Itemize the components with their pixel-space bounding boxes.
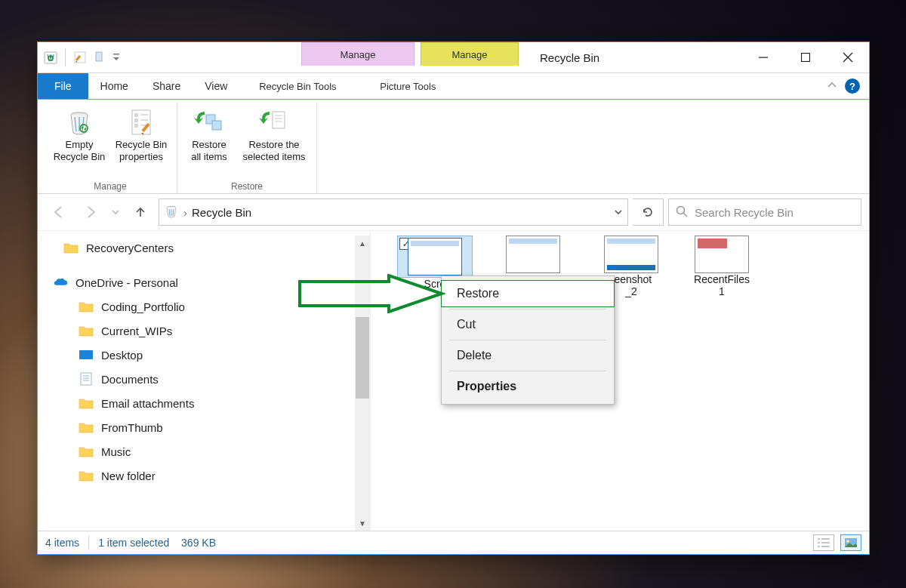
scroll-down-icon[interactable]: ▼ — [355, 516, 370, 531]
ctx-cut[interactable]: Cut — [442, 312, 614, 337]
nav-item-documents[interactable]: Documents — [38, 367, 355, 391]
nav-item-music[interactable]: Music — [38, 439, 355, 463]
svg-rect-17 — [212, 121, 221, 130]
restore-all-items-button[interactable]: Restore all items — [182, 103, 236, 180]
btn-label: Restore — [192, 139, 226, 151]
btn-label: properties — [119, 151, 163, 163]
nav-up-button[interactable] — [127, 199, 154, 226]
folder-icon — [79, 396, 94, 411]
svg-point-37 — [846, 540, 849, 543]
nav-label: New folder — [101, 469, 156, 482]
svg-rect-11 — [134, 119, 138, 122]
ctx-delete[interactable]: Delete — [442, 343, 614, 368]
screenshot-thumbnail — [695, 236, 749, 273]
ribbon-group-restore: Restore all items Restore the selected i… — [177, 103, 317, 193]
ctx-label: Restore — [457, 287, 499, 300]
nav-recent-dropdown[interactable] — [109, 199, 122, 226]
restore-selected-icon — [257, 106, 291, 139]
qat-more-icon[interactable] — [91, 49, 108, 66]
btn-label: Recycle Bin — [54, 151, 106, 163]
contextual-tab-manage-2[interactable]: Manage — [421, 42, 519, 66]
btn-label: all items — [191, 151, 227, 163]
scroll-thumb[interactable] — [356, 317, 369, 399]
nav-back-button[interactable] — [45, 199, 72, 226]
chevron-down-icon[interactable] — [614, 206, 623, 219]
ctx-properties[interactable]: Properties — [442, 374, 614, 399]
contextual-tabs: Manage Manage Recycle Bin — [301, 42, 742, 72]
ribbon-group-label: Restore — [231, 180, 263, 193]
breadcrumb-segment[interactable]: Recycle Bin — [192, 206, 251, 219]
nav-item-new-folder[interactable]: New folder — [38, 463, 355, 488]
quick-access-toolbar — [38, 42, 126, 72]
menu-label: Share — [153, 80, 180, 92]
nav-label: Current_WIPs — [101, 325, 172, 337]
ctx-label: Delete — [457, 349, 492, 362]
refresh-button[interactable] — [633, 199, 664, 226]
svg-rect-6 — [802, 54, 810, 62]
address-row: › Recycle Bin Search Recycle Bin — [38, 194, 869, 231]
restore-selected-items-button[interactable]: Restore the selected items — [236, 103, 312, 180]
title-bar: Manage Manage Recycle Bin — [38, 42, 869, 73]
nav-label: Desktop — [101, 349, 143, 362]
svg-point-23 — [677, 206, 685, 214]
collapse-ribbon-icon[interactable] — [827, 80, 837, 93]
file-item[interactable]: RecentFiles 1 — [680, 236, 763, 297]
menu-share[interactable]: Share — [140, 73, 193, 99]
svg-rect-25 — [79, 350, 93, 359]
search-input[interactable]: Search Recycle Bin — [668, 199, 861, 226]
status-item-count: 4 items — [45, 537, 79, 549]
nav-item-desktop[interactable]: Desktop — [38, 343, 355, 367]
window-title: Recycle Bin — [540, 51, 599, 64]
nav-forward-button[interactable] — [77, 199, 104, 226]
menu-picture-tools[interactable]: Picture Tools — [359, 73, 456, 99]
nav-label: FromThumb — [101, 421, 163, 434]
btn-label: Empty — [66, 139, 94, 151]
ctx-restore[interactable]: Restore — [441, 280, 615, 307]
scroll-up-icon[interactable]: ▲ — [355, 236, 370, 251]
thumbnails-view-button[interactable] — [840, 534, 861, 551]
svg-rect-10 — [134, 113, 138, 117]
context-menu: Restore Cut Delete Properties — [441, 276, 615, 405]
nav-label: Coding_Portfolio — [101, 300, 185, 313]
contextual-tab-manage-1[interactable]: Manage — [301, 42, 414, 66]
svg-rect-4 — [113, 54, 119, 55]
empty-recycle-bin-button[interactable]: Empty Recycle Bin — [48, 103, 110, 180]
file-item[interactable] — [492, 236, 575, 273]
separator — [449, 340, 606, 340]
maximize-button[interactable] — [784, 42, 827, 72]
svg-rect-18 — [273, 112, 285, 128]
status-bar: 4 items 1 item selected 369 KB — [38, 531, 869, 554]
menu-home[interactable]: Home — [88, 73, 140, 99]
menu-recycle-bin-tools[interactable]: Recycle Bin Tools — [242, 73, 353, 99]
address-bar[interactable]: › Recycle Bin — [159, 199, 628, 226]
menu-label: Recycle Bin Tools — [259, 81, 336, 92]
recycle-bin-icon — [164, 204, 179, 221]
menu-view[interactable]: View — [193, 73, 239, 99]
nav-item-email-attachments[interactable]: Email attachments — [38, 391, 355, 415]
ribbon-group-manage: Empty Recycle Bin Recycle Bin properties… — [44, 103, 177, 193]
tab-label: Manage — [452, 49, 488, 60]
separator — [88, 536, 89, 550]
nav-item-recoverycenters[interactable]: RecoveryCenters — [38, 236, 355, 260]
svg-rect-5 — [759, 57, 768, 58]
window-controls — [742, 42, 869, 72]
folder-icon — [79, 299, 94, 314]
minimize-button[interactable] — [742, 42, 784, 72]
ribbon-group-label: Manage — [94, 180, 126, 193]
help-icon[interactable]: ? — [845, 79, 860, 94]
status-selection: 1 item selected — [98, 537, 169, 549]
chevron-right-icon[interactable]: › — [183, 206, 187, 219]
nav-item-fromthumb[interactable]: FromThumb — [38, 415, 355, 439]
details-view-button[interactable] — [813, 534, 834, 551]
recycle-bin-icon — [42, 49, 59, 66]
properties-icon[interactable] — [72, 49, 88, 66]
close-button[interactable] — [827, 42, 869, 72]
nav-label: OneDrive - Personal — [76, 276, 178, 289]
qat-dropdown-icon[interactable] — [111, 49, 122, 66]
recycle-bin-properties-button[interactable]: Recycle Bin properties — [110, 103, 172, 180]
folder-icon — [79, 323, 94, 338]
trash-icon — [64, 106, 94, 139]
tab-label: Manage — [341, 49, 376, 60]
nav-item-current-wips[interactable]: Current_WIPs — [38, 319, 355, 343]
menu-file[interactable]: File — [38, 73, 88, 99]
